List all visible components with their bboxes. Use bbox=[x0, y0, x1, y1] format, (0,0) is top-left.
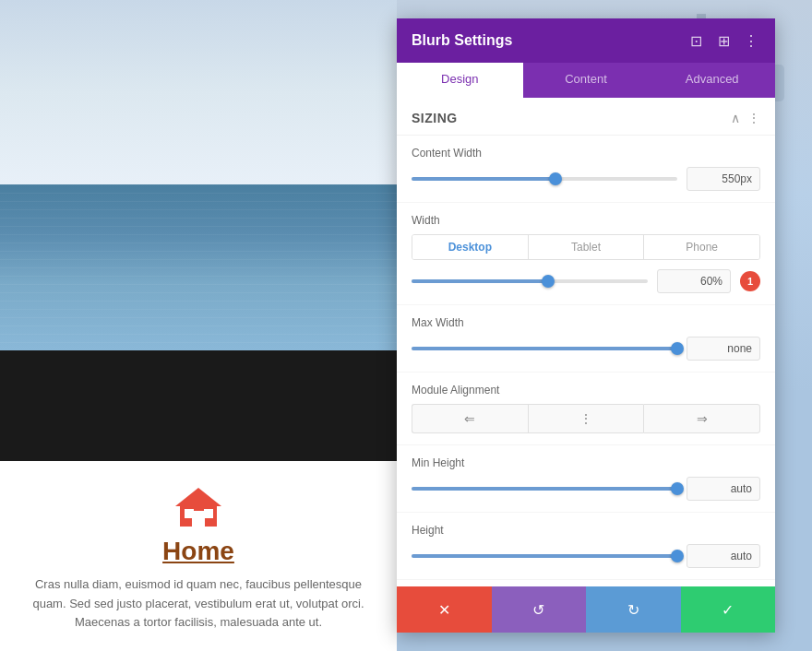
max-width-controls bbox=[412, 337, 760, 361]
more-icon[interactable]: ⋮ bbox=[742, 31, 760, 50]
device-tab-desktop[interactable]: Desktop bbox=[412, 235, 529, 259]
content-width-slider[interactable] bbox=[412, 170, 677, 188]
width-fill bbox=[412, 279, 548, 283]
house-icon bbox=[171, 483, 226, 529]
max-width-thumb[interactable] bbox=[671, 342, 684, 355]
content-width-label: Content Width bbox=[412, 147, 760, 160]
max-width-value[interactable] bbox=[687, 337, 760, 361]
panel-header: Blurb Settings ⊡ ⊞ ⋮ bbox=[397, 18, 775, 63]
align-right-button[interactable]: ⇒ bbox=[643, 404, 760, 433]
max-width-field: Max Width bbox=[397, 305, 775, 373]
width-thumb[interactable] bbox=[542, 275, 555, 288]
panel-tabs: Design Content Advanced bbox=[397, 63, 775, 98]
tab-design[interactable]: Design bbox=[397, 63, 523, 98]
sizing-section-header: Sizing ∧ ⋮ bbox=[397, 98, 775, 136]
align-right-icon: ⇒ bbox=[697, 411, 708, 426]
height-field: Height bbox=[397, 513, 775, 580]
screen-icon[interactable]: ⊡ bbox=[687, 31, 705, 50]
height-value[interactable] bbox=[687, 544, 760, 568]
section-dots-icon[interactable]: ⋮ bbox=[747, 111, 760, 125]
content-width-thumb[interactable] bbox=[549, 172, 562, 185]
tab-advanced[interactable]: Advanced bbox=[649, 63, 775, 98]
align-left-button[interactable]: ⇐ bbox=[412, 404, 528, 433]
content-width-field: Content Width bbox=[397, 136, 775, 203]
cancel-button[interactable]: ✕ bbox=[397, 586, 492, 633]
white-section-bg: Home Cras nulla diam, euismod id quam ne… bbox=[0, 461, 397, 651]
panel-content: Sizing ∧ ⋮ Content Width Width bbox=[397, 98, 775, 586]
min-height-thumb[interactable] bbox=[671, 482, 684, 495]
settings-panel: Blurb Settings ⊡ ⊞ ⋮ Design Content Adva… bbox=[397, 18, 775, 633]
content-width-fill bbox=[412, 177, 555, 181]
content-width-track bbox=[412, 177, 677, 181]
width-badge: 1 bbox=[740, 271, 760, 291]
panel-title: Blurb Settings bbox=[412, 32, 512, 49]
height-track bbox=[412, 554, 677, 558]
reset-button[interactable]: ↺ bbox=[492, 586, 587, 633]
svg-rect-3 bbox=[185, 509, 194, 518]
layout-icon[interactable]: ⊞ bbox=[714, 31, 733, 50]
height-controls bbox=[412, 544, 760, 568]
min-height-value[interactable] bbox=[687, 477, 760, 501]
min-height-label: Min Height bbox=[412, 456, 760, 469]
header-icons: ⊡ ⊞ ⋮ bbox=[687, 31, 760, 50]
device-tab-phone[interactable]: Phone bbox=[644, 235, 759, 259]
min-height-field: Min Height bbox=[397, 445, 775, 513]
min-height-fill bbox=[412, 487, 677, 491]
ocean-bg bbox=[0, 184, 397, 350]
home-text: Cras nulla diam, euismod id quam nec, fa… bbox=[18, 575, 378, 633]
width-slider[interactable] bbox=[412, 272, 648, 290]
module-alignment-label: Module Alignment bbox=[412, 384, 760, 397]
svg-rect-4 bbox=[204, 509, 213, 518]
min-height-track bbox=[412, 487, 677, 491]
alignment-buttons: ⇐ ⋮ ⇒ bbox=[412, 404, 760, 433]
align-center-button[interactable]: ⋮ bbox=[528, 404, 644, 433]
height-fill bbox=[412, 554, 677, 558]
max-height-field: Max Height bbox=[397, 580, 775, 586]
section-controls: ∧ ⋮ bbox=[731, 111, 760, 125]
min-height-slider[interactable] bbox=[412, 479, 677, 498]
svg-rect-2 bbox=[192, 511, 205, 527]
redo-button[interactable]: ↻ bbox=[586, 586, 681, 633]
sky-bg bbox=[0, 0, 397, 184]
content-width-value[interactable] bbox=[687, 167, 760, 191]
height-slider[interactable] bbox=[412, 547, 677, 565]
background-scene: Home Cras nulla diam, euismod id quam ne… bbox=[0, 0, 397, 651]
device-tabs: Desktop Tablet Phone bbox=[412, 234, 760, 260]
width-track bbox=[412, 279, 648, 283]
max-width-slider[interactable] bbox=[412, 339, 677, 358]
chevron-up-icon[interactable]: ∧ bbox=[731, 111, 740, 125]
device-tab-tablet[interactable]: Tablet bbox=[529, 235, 645, 259]
tab-content[interactable]: Content bbox=[523, 63, 650, 98]
height-label: Height bbox=[412, 524, 760, 537]
sizing-title: Sizing bbox=[412, 111, 458, 125]
height-thumb[interactable] bbox=[671, 550, 684, 562]
max-width-label: Max Width bbox=[412, 316, 760, 329]
module-alignment-field: Module Alignment ⇐ ⋮ ⇒ bbox=[397, 373, 775, 445]
width-value[interactable] bbox=[657, 269, 731, 293]
width-label: Width bbox=[412, 214, 760, 227]
svg-marker-0 bbox=[175, 488, 221, 506]
panel-footer: ✕ ↺ ↻ ✓ bbox=[397, 586, 775, 633]
black-band-bg bbox=[0, 350, 397, 461]
align-center-icon: ⋮ bbox=[579, 411, 592, 426]
save-button[interactable]: ✓ bbox=[681, 586, 776, 633]
align-left-icon: ⇐ bbox=[464, 411, 475, 426]
content-width-controls bbox=[412, 167, 760, 191]
home-title: Home bbox=[162, 537, 234, 566]
width-field: Width Desktop Tablet Phone 1 bbox=[397, 203, 775, 305]
width-controls: 1 bbox=[412, 269, 760, 293]
min-height-controls bbox=[412, 477, 760, 501]
max-width-fill bbox=[412, 347, 677, 350]
max-width-track bbox=[412, 347, 677, 350]
